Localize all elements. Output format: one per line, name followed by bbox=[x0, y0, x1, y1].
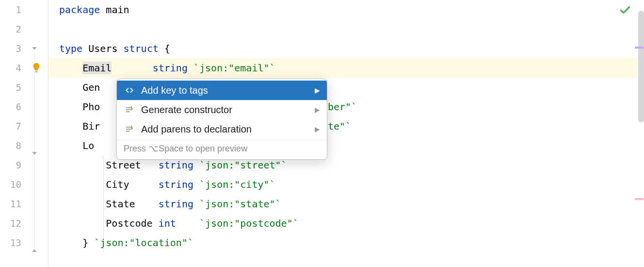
gutter-marker[interactable] bbox=[635, 47, 644, 49]
submenu-arrow-icon: ▶ bbox=[315, 106, 320, 114]
line-number: 7 bbox=[0, 117, 21, 136]
line-number: 11 bbox=[0, 194, 21, 214]
line-number: 8 bbox=[0, 136, 21, 155]
line-number: 5 bbox=[0, 78, 21, 97]
svg-rect-1 bbox=[35, 72, 38, 72]
line-number: 2 bbox=[0, 19, 21, 39]
selected-identifier: Email bbox=[82, 62, 112, 74]
gutter-marker[interactable] bbox=[635, 198, 644, 200]
line-number: 1 bbox=[0, 0, 21, 19]
vertical-scrollbar[interactable] bbox=[638, 11, 644, 122]
menu-item-add-parens[interactable]: Add parens to declaration ▶ bbox=[117, 119, 327, 139]
line-number: 13 bbox=[0, 233, 21, 252]
code-tag-icon bbox=[124, 84, 135, 96]
intention-bulb-icon[interactable] bbox=[31, 62, 42, 73]
fold-open-icon[interactable] bbox=[31, 45, 38, 52]
code-line[interactable]: State string `json:"state"` bbox=[48, 194, 644, 214]
submenu-arrow-icon: ▶ bbox=[315, 86, 320, 94]
line-number: 6 bbox=[0, 97, 21, 117]
code-line[interactable]: package main bbox=[48, 0, 644, 19]
line-number: 9 bbox=[0, 155, 21, 175]
svg-rect-0 bbox=[35, 70, 38, 71]
fold-open-icon[interactable] bbox=[31, 150, 38, 157]
line-number: 12 bbox=[0, 214, 21, 233]
line-number: 4 bbox=[0, 58, 21, 78]
code-line-current[interactable]: Email string `json:"email"` bbox=[48, 58, 644, 78]
menu-item-add-key-to-tags[interactable]: Add key to tags ▶ bbox=[117, 81, 327, 100]
menu-item-generate-constructor[interactable]: Generate constructor ▶ bbox=[117, 100, 327, 119]
submenu-arrow-icon: ▶ bbox=[315, 125, 320, 133]
fold-close-icon[interactable] bbox=[31, 247, 38, 254]
line-number: 3 bbox=[0, 39, 21, 58]
intention-actions-menu: Add key to tags ▶ Generate constructor ▶… bbox=[116, 79, 327, 160]
generate-icon bbox=[124, 123, 135, 135]
code-line[interactable]: Postcode int `json:"postcode"` bbox=[48, 214, 644, 233]
line-number-gutter: 1 2 3 4 5 6 7 8 9 10 11 12 13 bbox=[0, 0, 28, 267]
line-number: 10 bbox=[0, 175, 21, 194]
menu-item-label: Add key to tags bbox=[141, 85, 310, 96]
code-line[interactable]: type Users struct { bbox=[48, 39, 644, 58]
code-line[interactable] bbox=[48, 19, 644, 39]
analysis-ok-icon[interactable] bbox=[619, 4, 631, 17]
generate-icon bbox=[124, 104, 135, 116]
menu-item-label: Add parens to declaration bbox=[141, 124, 310, 135]
menu-item-label: Generate constructor bbox=[141, 104, 310, 116]
code-line[interactable]: } `json:"location"` bbox=[48, 233, 644, 252]
menu-hint-text: Press ⌥Space to open preview bbox=[117, 140, 327, 158]
code-line[interactable]: City string `json:"city"` bbox=[48, 175, 644, 194]
fold-column bbox=[28, 0, 48, 267]
